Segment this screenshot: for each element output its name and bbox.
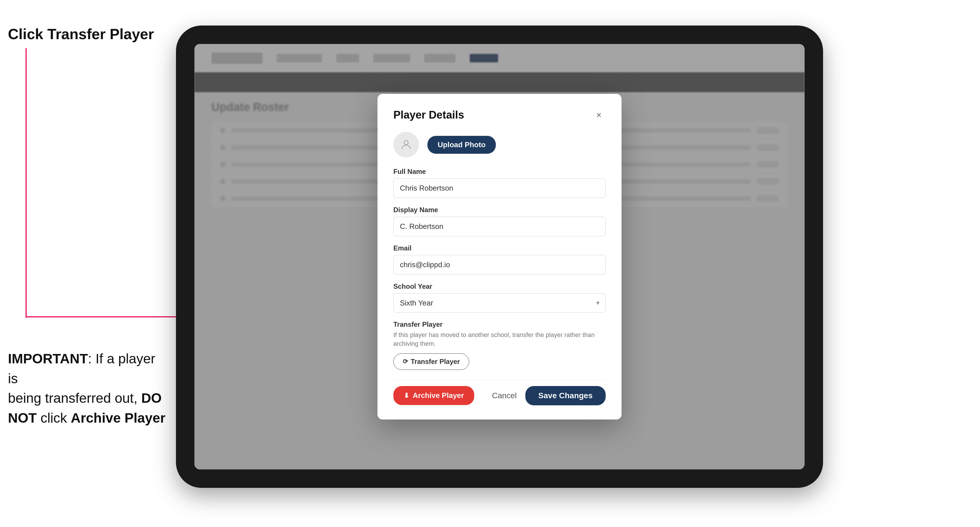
arrow-vertical-line: [25, 48, 27, 317]
archive-player-button-label: Archive Player: [413, 391, 464, 400]
instruction-bottom: IMPORTANT: If a player isbeing transferr…: [8, 349, 167, 428]
transfer-description: If this player has moved to another scho…: [393, 331, 606, 348]
full-name-group: Full Name: [393, 168, 606, 198]
school-year-group: School Year First Year Second Year Third…: [393, 283, 606, 313]
cancel-button[interactable]: Cancel: [492, 391, 517, 400]
avatar-area: Upload Photo: [393, 132, 606, 157]
transfer-section-label: Transfer Player: [393, 321, 606, 329]
email-input[interactable]: [393, 255, 606, 275]
school-year-select[interactable]: First Year Second Year Third Year Fourth…: [393, 293, 606, 313]
school-year-label: School Year: [393, 283, 606, 290]
transfer-player-button[interactable]: ⟳ Transfer Player: [393, 353, 469, 370]
modal-title: Player Details: [393, 109, 464, 121]
not-label: NOT: [8, 410, 37, 425]
email-group: Email: [393, 244, 606, 275]
instruction-bold: Transfer Player: [48, 26, 154, 42]
transfer-icon: ⟳: [403, 358, 408, 365]
instruction-prefix: Click: [8, 26, 48, 42]
email-label: Email: [393, 244, 606, 252]
save-changes-button[interactable]: Save Changes: [525, 386, 606, 405]
school-year-select-wrapper: First Year Second Year Third Year Fourth…: [393, 293, 606, 313]
archive-player-button[interactable]: ⬇ Archive Player: [393, 386, 474, 405]
modal-close-button[interactable]: ×: [592, 108, 606, 122]
transfer-player-section: Transfer Player If this player has moved…: [393, 321, 606, 370]
tablet-screen: Update Roster: [194, 44, 805, 470]
not-suffix: click: [37, 410, 71, 425]
instruction-top: Click Transfer Player: [8, 25, 154, 43]
full-name-label: Full Name: [393, 168, 606, 176]
footer-right: Cancel Save Changes: [492, 386, 606, 405]
full-name-input[interactable]: [393, 178, 606, 198]
svg-point-0: [404, 141, 409, 145]
transfer-player-button-label: Transfer Player: [410, 358, 460, 366]
display-name-group: Display Name: [393, 206, 606, 236]
important-label: IMPORTANT: [8, 351, 88, 366]
tablet-device: Update Roster: [176, 25, 823, 488]
player-details-modal: Player Details × Upload Photo Full N: [377, 94, 622, 419]
upload-photo-button[interactable]: Upload Photo: [428, 136, 496, 154]
display-name-input[interactable]: [393, 217, 606, 236]
modal-header: Player Details ×: [393, 108, 606, 122]
archive-label: Archive Player: [71, 410, 165, 425]
modal-footer: ⬇ Archive Player Cancel Save Changes: [393, 380, 606, 405]
display-name-label: Display Name: [393, 206, 606, 214]
modal-overlay: Player Details × Upload Photo Full N: [194, 44, 805, 470]
archive-icon: ⬇: [404, 392, 409, 400]
do-label: DO: [142, 390, 162, 406]
avatar: [393, 132, 419, 157]
